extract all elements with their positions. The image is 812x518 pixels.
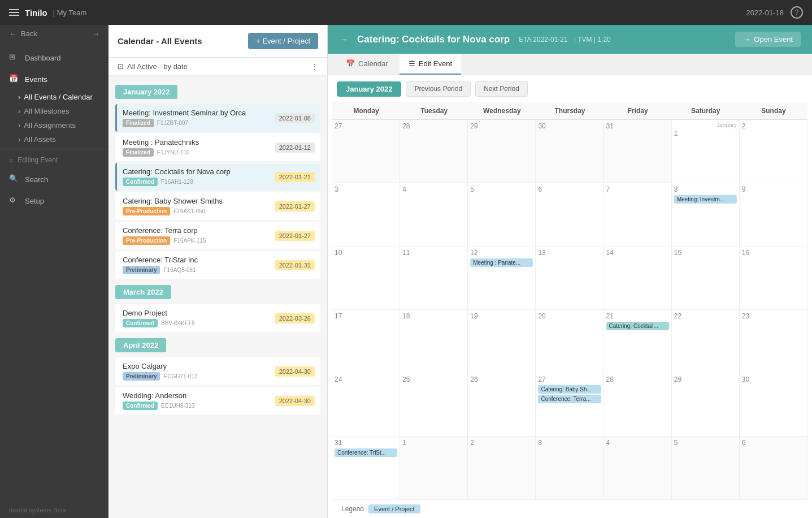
cal-day: 28 — [604, 373, 672, 437]
cal-day: 27 Catering: Baby Sh... Conference: Terr… — [536, 373, 603, 437]
event-row-left: Conference: Terra corp Pre-Production F1… — [123, 226, 275, 245]
filter-label: ⊡ All Active - by date — [118, 62, 188, 71]
arrow-icon: → — [743, 35, 750, 44]
event-row[interactable]: Meeting: Investment Seminar by Orca Fina… — [115, 104, 320, 132]
calendar-event-chip[interactable]: Meeting: Investm... — [674, 195, 737, 204]
event-row-left: Demo Project Confirmed BBV-B4KFT6 — [123, 309, 275, 327]
calendar-event-chip[interactable]: Catering: Cocktail... — [606, 322, 669, 330]
cal-day: 4 — [604, 437, 672, 500]
event-row-left: Catering: Cocktails for Nova corp Confir… — [123, 167, 275, 186]
next-period-button[interactable]: Next Period — [475, 81, 528, 97]
event-code: F16AQ5-061 — [163, 267, 196, 273]
month-label: January — [674, 122, 737, 128]
add-event-button[interactable]: + Event / Project — [248, 33, 318, 49]
event-row-left: Meeting: Investment Seminar by Orca Fina… — [123, 109, 275, 127]
back-arrow-icon: ← — [9, 29, 16, 38]
event-date: 2022-01-21 — [275, 172, 315, 182]
month-header-mar: March 2022 — [115, 285, 171, 299]
cal-day: January 1 — [672, 120, 740, 183]
back-button[interactable]: ← Back → — [0, 25, 108, 42]
day-number: 28 — [402, 122, 465, 130]
help-icon[interactable]: ? — [791, 6, 803, 19]
status-badge: Preliminary — [123, 266, 160, 274]
cal-day: 1 — [400, 437, 468, 500]
cal-day: 30 — [740, 373, 807, 437]
cal-day: 6 — [740, 437, 807, 500]
event-row[interactable]: Expo Calgary Preliminary ECGU71-013 2022… — [115, 357, 320, 385]
event-name: Catering: Cocktails for Nova corp — [123, 167, 275, 176]
event-name: Wedding: Anderson — [123, 391, 275, 400]
sidebar-sub-item-assignments[interactable]: › All Assignments — [18, 118, 108, 132]
day-number: 1 — [402, 439, 465, 447]
event-row[interactable]: Demo Project Confirmed BBV-B4KFT6 2022-0… — [115, 304, 320, 332]
cal-week: 17 18 19 20 21 Catering: Cockta — [332, 310, 807, 373]
day-number: 25 — [402, 375, 465, 383]
day-number: 31 — [335, 439, 397, 447]
sidebar-item-setup[interactable]: ⚙ Setup — [0, 190, 108, 211]
day-number: 5 — [470, 185, 533, 193]
arrow-right-icon: → — [339, 34, 348, 45]
sidebar-item-events[interactable]: 📅 Events — [0, 68, 108, 90]
grid-icon: ⊞ — [9, 53, 19, 63]
status-badge: Confirmed — [123, 178, 158, 186]
event-row[interactable]: Meeting : Panatechniks Finalized F1JYNU-… — [115, 133, 320, 161]
sidebar-sub-item-all-events[interactable]: › All Events / Calendar — [18, 90, 108, 104]
brand-name: Tinilo — [25, 8, 47, 18]
calendar-tab-icon: 📅 — [346, 59, 355, 68]
event-top-title: Catering: Cocktails for Nova corp — [357, 34, 510, 45]
cal-day: 30 — [536, 120, 603, 183]
event-date: 2022-03-26 — [275, 313, 315, 323]
cal-day: 3 — [332, 183, 400, 247]
cal-day: 29 — [672, 373, 740, 437]
day-header-sun: Sunday — [740, 102, 807, 120]
event-row[interactable]: Wedding: Anderson Confirmed EC1UH8-313 2… — [115, 387, 320, 415]
cal-day: 31 Conference: TriSt... — [332, 437, 400, 500]
event-code: F16AK1-650 — [173, 208, 205, 214]
month-header-jan: January 2022 — [115, 85, 177, 99]
cal-toolbar: January 2022 Previous Period Next Period — [328, 75, 812, 102]
event-meta: Pre-Production F16AK1-650 — [123, 207, 275, 215]
event-row[interactable]: Catering: Cocktails for Nova corp Confir… — [115, 163, 320, 191]
sidebar: ← Back → ⊞ Dashboard 📅 Events › All Even… — [0, 25, 108, 518]
current-date: 2022-01-18 — [746, 8, 784, 17]
status-badge: Finalized — [123, 119, 154, 127]
tab-edit-event[interactable]: ☰ Edit Event — [400, 54, 461, 75]
current-month-button[interactable]: January 2022 — [337, 81, 401, 97]
event-row[interactable]: Catering: Baby Shower Smiths Pre-Product… — [115, 192, 320, 220]
event-name: Expo Calgary — [123, 362, 275, 370]
day-number: 15 — [674, 249, 737, 257]
prev-period-button[interactable]: Previous Period — [406, 81, 471, 97]
event-eta: ETA 2022-01-21 | TVM | 1:20 — [519, 36, 611, 44]
cal-day: 25 — [400, 373, 468, 437]
cal-week: 27 28 29 30 31 January 1 2 — [332, 120, 807, 183]
event-code: F1JZBT-007 — [157, 120, 188, 126]
cal-day: 23 — [740, 310, 807, 373]
open-event-button[interactable]: → Open Event — [735, 32, 801, 47]
event-row[interactable]: Conference: TriStar inc Preliminary F16A… — [115, 251, 320, 279]
event-date: 2022-01-27 — [275, 231, 315, 241]
day-number: 3 — [335, 185, 397, 193]
calendar-event-chip[interactable]: Conference: TriSt... — [335, 448, 397, 457]
more-options-icon[interactable]: ⋮ — [311, 62, 318, 71]
sidebar-item-search[interactable]: 🔍 Search — [0, 169, 108, 190]
cal-day: 10 — [332, 247, 400, 310]
sidebar-item-dashboard[interactable]: ⊞ Dashboard — [0, 47, 108, 68]
calendar-event-chip[interactable]: Conference: Terra... — [538, 395, 601, 403]
menu-icon[interactable] — [9, 9, 19, 16]
event-row[interactable]: Conference: Terra corp Pre-Production F1… — [115, 222, 320, 249]
day-number: 11 — [402, 249, 465, 257]
sidebar-nav: ⊞ Dashboard 📅 Events › All Events / Cale… — [0, 42, 108, 502]
event-row-left: Meeting : Panatechniks Finalized F1JYNU-… — [123, 138, 275, 157]
day-number: 5 — [674, 439, 737, 447]
sidebar-sub-item-milestones[interactable]: › All Milestones — [18, 104, 108, 118]
sidebar-sub-item-assets[interactable]: › All Assets — [18, 132, 108, 146]
sidebar-sub-events: › All Events / Calendar › All Milestones… — [0, 90, 108, 146]
event-top-bar: → Catering: Cocktails for Nova corp ETA … — [328, 25, 812, 54]
day-number: 16 — [742, 249, 805, 257]
tab-calendar[interactable]: 📅 Calendar — [337, 54, 397, 75]
calendar-event-chip[interactable]: Meeting : Panate... — [470, 258, 533, 267]
cal-day: 20 — [536, 310, 603, 373]
day-number: 22 — [674, 312, 737, 320]
calendar-event-chip[interactable]: Catering: Baby Sh... — [538, 385, 601, 394]
day-number: 30 — [538, 122, 601, 130]
